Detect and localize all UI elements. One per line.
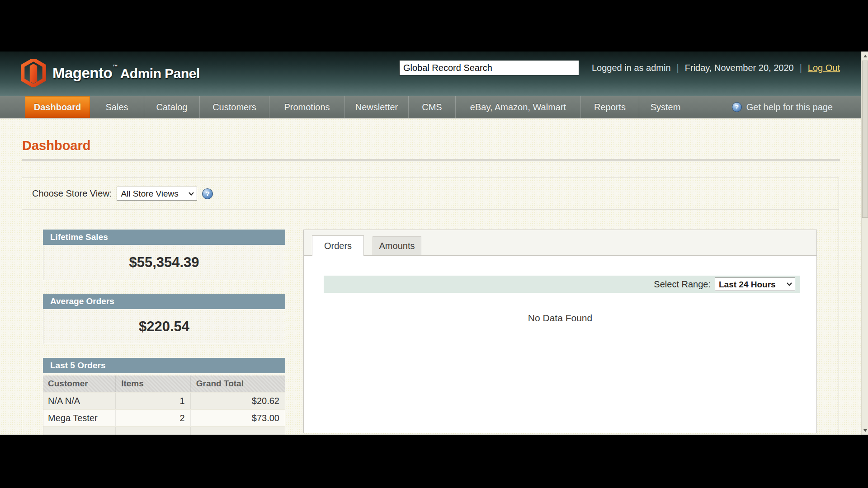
cell-customer: N/A N/A bbox=[43, 393, 116, 409]
brand-title: Magento™Admin Panel bbox=[52, 64, 200, 82]
cell-grand-total: $73.00 bbox=[191, 410, 285, 426]
table-header-row: Customer Items Grand Total bbox=[43, 375, 285, 392]
session-info: Logged in as admin | Friday, November 20… bbox=[592, 60, 840, 75]
main-nav: Dashboard Sales Catalog Customers Promot… bbox=[0, 96, 868, 118]
average-orders-title: Average Orders bbox=[43, 294, 285, 309]
scrollbar-thumb[interactable] bbox=[862, 61, 868, 218]
vertical-scrollbar[interactable] bbox=[861, 52, 868, 435]
average-orders-value: $220.54 bbox=[43, 309, 285, 344]
get-help-link[interactable]: ? Get help for this page bbox=[732, 96, 833, 118]
cell-items: 2 bbox=[116, 410, 191, 426]
magento-logo-icon bbox=[21, 59, 46, 87]
table-row[interactable]: N/A N/A 1 $20.62 bbox=[43, 392, 285, 409]
dashboard-container: Choose Store View: All Store Views ? bbox=[22, 178, 839, 435]
scrollbar-up-arrow[interactable] bbox=[862, 52, 868, 60]
current-date: Friday, November 20, 2020 bbox=[685, 63, 794, 73]
screen: Magento™Admin Panel Logged in as admin |… bbox=[0, 0, 868, 488]
lifetime-sales-value: $55,354.39 bbox=[43, 245, 285, 280]
range-select[interactable]: Last 24 Hours bbox=[715, 277, 795, 291]
last-orders-title: Last 5 Orders bbox=[43, 358, 285, 373]
triangle-up-icon bbox=[863, 55, 867, 57]
nav-item-catalog[interactable]: Catalog bbox=[144, 96, 199, 118]
brand-suffix: Admin Panel bbox=[120, 66, 200, 81]
orders-tabstrip: Orders Amounts bbox=[304, 230, 816, 256]
store-view-select[interactable]: All Store Views bbox=[117, 187, 197, 201]
select-range-label: Select Range: bbox=[654, 279, 711, 290]
logout-link[interactable]: Log Out bbox=[808, 63, 840, 73]
cell-items: 1 bbox=[116, 393, 191, 409]
no-data-message: No Data Found bbox=[304, 313, 816, 324]
separator: | bbox=[800, 63, 802, 73]
help-icon: ? bbox=[732, 102, 742, 112]
average-orders-box: Average Orders $220.54 bbox=[43, 294, 285, 344]
tab-orders[interactable]: Orders bbox=[312, 235, 364, 256]
stats-column: Lifetime Sales $55,354.39 Average Orders… bbox=[43, 230, 285, 435]
browser-viewport: Magento™Admin Panel Logged in as admin |… bbox=[0, 52, 868, 435]
get-help-label: Get help for this page bbox=[746, 102, 833, 113]
page-content: Dashboard Choose Store View: All Store V… bbox=[0, 118, 868, 435]
cell-customer: Mega Tester bbox=[43, 410, 116, 426]
nav-item-customers[interactable]: Customers bbox=[199, 96, 269, 118]
separator: | bbox=[677, 63, 679, 73]
orders-panel: Orders Amounts Select Range: Last 24 Hou… bbox=[303, 230, 817, 433]
global-search-input[interactable] bbox=[399, 60, 579, 75]
lifetime-sales-box: Lifetime Sales $55,354.39 bbox=[43, 230, 285, 280]
col-header-grand-total: Grand Total bbox=[191, 375, 285, 392]
admin-header: Magento™Admin Panel Logged in as admin |… bbox=[0, 52, 868, 96]
store-view-switcher: Choose Store View: All Store Views ? bbox=[22, 178, 839, 210]
store-view-label: Choose Store View: bbox=[32, 188, 112, 199]
select-range-bar: Select Range: Last 24 Hours bbox=[324, 276, 800, 293]
table-row-partial[interactable] bbox=[43, 426, 285, 435]
nav-item-newsletter[interactable]: Newsletter bbox=[344, 96, 408, 118]
brand-tm: ™ bbox=[113, 64, 118, 69]
nav-item-system[interactable]: System bbox=[639, 96, 692, 118]
scrollbar-down-arrow[interactable] bbox=[862, 427, 868, 434]
nav-item-cms[interactable]: CMS bbox=[408, 96, 455, 118]
nav-item-ebay-amazon-walmart[interactable]: eBay, Amazon, Walmart bbox=[455, 96, 580, 118]
col-header-items: Items bbox=[116, 375, 191, 392]
page-title: Dashboard bbox=[22, 138, 90, 153]
nav-item-sales[interactable]: Sales bbox=[90, 96, 144, 118]
nav-item-promotions[interactable]: Promotions bbox=[269, 96, 344, 118]
tab-amounts[interactable]: Amounts bbox=[373, 236, 421, 255]
cell-grand-total: $20.62 bbox=[191, 393, 285, 409]
nav-item-dashboard[interactable]: Dashboard bbox=[25, 96, 90, 118]
store-view-select-wrap: All Store Views bbox=[117, 187, 197, 201]
logged-in-label: Logged in as admin bbox=[592, 63, 671, 73]
title-divider bbox=[22, 159, 840, 161]
lifetime-sales-title: Lifetime Sales bbox=[43, 230, 285, 245]
store-view-help-icon[interactable]: ? bbox=[202, 188, 213, 199]
magento-logo: Magento™Admin Panel bbox=[21, 59, 200, 87]
nav-item-reports[interactable]: Reports bbox=[580, 96, 639, 118]
brand-name: Magento bbox=[52, 65, 112, 81]
last-orders-table: Customer Items Grand Total N/A N/A 1 $20… bbox=[43, 375, 285, 435]
triangle-down-icon bbox=[863, 429, 867, 432]
last-orders-box: Last 5 Orders Customer Items Grand Total… bbox=[43, 358, 285, 435]
col-header-customer: Customer bbox=[43, 375, 116, 392]
range-select-wrap: Last 24 Hours bbox=[715, 277, 795, 291]
table-row[interactable]: Mega Tester 2 $73.00 bbox=[43, 409, 285, 426]
